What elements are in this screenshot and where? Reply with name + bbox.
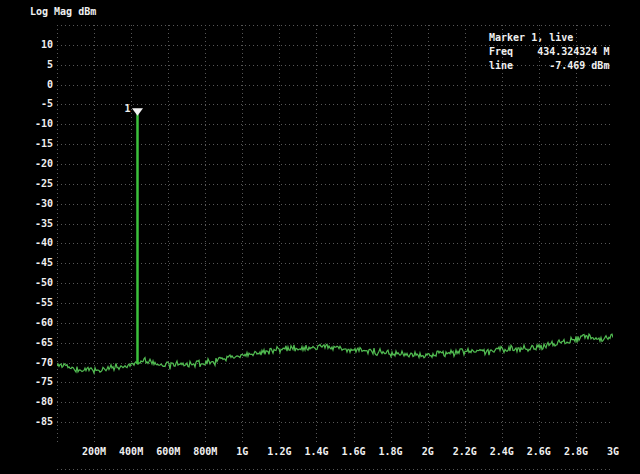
x-tick-label: 600M bbox=[156, 446, 180, 457]
y-tick-label: -20 bbox=[13, 158, 53, 170]
marker-readout-level: line -7.469 dBm bbox=[489, 59, 609, 73]
spectrum-trace bbox=[57, 334, 613, 373]
y-tick-label: -40 bbox=[13, 237, 53, 249]
y-tick-label: -15 bbox=[13, 138, 53, 150]
marker-triangle[interactable] bbox=[132, 108, 143, 116]
marker-readout-title: Marker 1, live bbox=[489, 31, 609, 45]
x-tick-label: 2G bbox=[422, 446, 434, 457]
y-tick-label: -30 bbox=[13, 198, 53, 210]
y-tick-label: -65 bbox=[13, 337, 53, 349]
x-tick-label: 200M bbox=[82, 446, 106, 457]
x-tick-label: 1.2G bbox=[267, 446, 291, 457]
marker-readout-freq: Freq 434.324324 M bbox=[489, 45, 609, 59]
y-tick-label: 10 bbox=[13, 39, 53, 51]
spectrum-chart: 1 bbox=[57, 25, 613, 442]
x-tick-label: 400M bbox=[119, 446, 143, 457]
y-tick-label: -45 bbox=[13, 257, 53, 269]
amplitude-scale-title: Log Mag dBm bbox=[30, 6, 96, 17]
y-tick-label: -25 bbox=[13, 178, 53, 190]
marker-readout: Marker 1, live Freq 434.324324 M line -7… bbox=[489, 31, 609, 73]
x-tick-label: 800M bbox=[193, 446, 217, 457]
x-tick-label: 2.4G bbox=[490, 446, 514, 457]
y-tick-label: -35 bbox=[13, 218, 53, 230]
y-tick-label: 0 bbox=[13, 79, 53, 91]
y-tick-label: -10 bbox=[13, 118, 53, 130]
x-tick-label: 1G bbox=[236, 446, 248, 457]
x-tick-label: 2.8G bbox=[564, 446, 588, 457]
y-tick-label: -85 bbox=[13, 416, 53, 428]
x-tick-label: 1.8G bbox=[379, 446, 403, 457]
y-tick-label: -5 bbox=[13, 98, 53, 110]
plot-area[interactable]: 1 bbox=[57, 25, 613, 442]
x-tick-label: 2.6G bbox=[527, 446, 551, 457]
y-tick-label: 5 bbox=[13, 59, 53, 71]
lower-panel-divider bbox=[57, 469, 613, 470]
y-tick-label: -75 bbox=[13, 376, 53, 388]
y-tick-label: -55 bbox=[13, 297, 53, 309]
marker-number[interactable]: 1 bbox=[124, 103, 130, 114]
y-tick-label: -80 bbox=[13, 396, 53, 408]
x-tick-label: 1.6G bbox=[341, 446, 365, 457]
y-tick-label: -60 bbox=[13, 317, 53, 329]
x-tick-label: 3G bbox=[607, 446, 619, 457]
x-tick-label: 2.2G bbox=[453, 446, 477, 457]
spectrum-analyzer-screen: Log Mag dBm 1 1050-5-10-15-20-25-30-35-4… bbox=[0, 0, 640, 474]
y-tick-label: -70 bbox=[13, 357, 53, 369]
x-tick-label: 1.4G bbox=[304, 446, 328, 457]
y-tick-label: -50 bbox=[13, 277, 53, 289]
